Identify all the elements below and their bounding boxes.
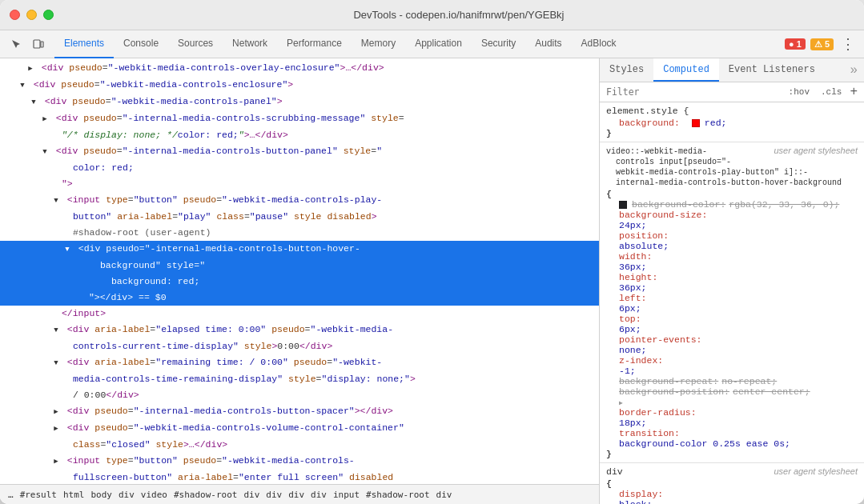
minimize-button[interactable] xyxy=(26,10,37,20)
tab-memory[interactable]: Memory xyxy=(352,30,405,58)
style-rule-1: user agent stylesheet video::-webkit-med… xyxy=(600,142,864,463)
dom-line-selected[interactable]: "></div> == $0 xyxy=(0,290,599,306)
triangle-icon[interactable] xyxy=(39,111,50,126)
dom-line[interactable]: <div pseudo="-internal-media-controls-sc… xyxy=(0,110,599,127)
breadcrumb-item[interactable]: input xyxy=(332,490,361,500)
breadcrumb-item[interactable]: #shadow-root xyxy=(364,490,431,500)
css-prop-top: top: 6px; xyxy=(619,314,858,334)
styles-more-tabs[interactable]: » xyxy=(843,58,864,82)
rule-selector: user agent stylesheet div xyxy=(606,466,858,477)
devtools-window: DevTools - codepen.io/hanifmrwt/pen/YGEB… xyxy=(0,0,864,504)
tab-adblock[interactable]: AdBlock xyxy=(572,30,626,58)
breadcrumb-item[interactable]: video xyxy=(139,490,169,500)
devtools-tab-bar: Elements Console Sources Network Perform… xyxy=(0,30,864,58)
tab-network[interactable]: Network xyxy=(223,30,277,58)
dom-line[interactable]: <div pseudo="-webkit-media-controls-volu… xyxy=(0,420,599,437)
dom-line[interactable]: <input type="button" pseudo="-webkit-med… xyxy=(0,192,599,209)
expand-icon[interactable]: ▶ xyxy=(619,399,627,406)
triangle-icon[interactable] xyxy=(28,94,39,110)
breadcrumb-item[interactable]: div xyxy=(264,490,283,500)
dom-line-selected[interactable]: background" style=" xyxy=(0,258,599,274)
css-prop-z-index: z-index: -1; xyxy=(619,355,858,376)
triangle-icon[interactable] xyxy=(50,355,62,370)
filter-input[interactable] xyxy=(606,86,781,98)
dom-line[interactable]: button" aria-label="play" class="pause" … xyxy=(0,209,599,225)
add-style-button[interactable]: + xyxy=(850,86,858,98)
tab-styles[interactable]: Styles xyxy=(600,58,653,82)
styles-panel: Styles Computed Event Listeners » :hov .… xyxy=(600,58,864,504)
css-prop-position: position: absolute; xyxy=(619,230,858,251)
breadcrumb-item[interactable]: div xyxy=(242,490,261,500)
rule-selector: user agent stylesheet video::-webkit-med… xyxy=(606,146,858,187)
dom-line[interactable]: <div pseudo="-webkit-media-controls-encl… xyxy=(0,77,599,94)
tab-performance[interactable]: Performance xyxy=(277,30,352,58)
color-swatch[interactable] xyxy=(692,119,700,127)
tab-application[interactable]: Application xyxy=(405,30,472,58)
elements-panel: <div pseudo="-webkit-media-controls-over… xyxy=(0,58,600,504)
breadcrumb-item[interactable]: div xyxy=(287,490,306,500)
tab-console[interactable]: Console xyxy=(114,30,168,58)
dom-tree[interactable]: <div pseudo="-webkit-media-controls-over… xyxy=(0,58,599,484)
dom-line[interactable]: #shadow-root (user-agent) xyxy=(0,225,599,241)
triangle-icon[interactable] xyxy=(50,404,62,419)
dom-line[interactable]: <div pseudo="-webkit-media-controls-pane… xyxy=(0,94,599,110)
rule-origin: user agent stylesheet xyxy=(774,466,858,476)
dom-line[interactable]: <div aria-label="remaining time: / 0:00"… xyxy=(0,354,599,371)
breadcrumb-item[interactable]: div xyxy=(435,490,454,500)
triangle-icon[interactable] xyxy=(62,242,73,257)
dom-line[interactable]: color: red; xyxy=(0,160,599,176)
dom-line[interactable]: <div pseudo="-internal-media-controls-bu… xyxy=(0,143,599,160)
more-options-button[interactable]: ⋮ xyxy=(838,34,858,54)
dom-line[interactable]: <div pseudo="-internal-media-controls-bu… xyxy=(0,403,599,420)
rule-close: } xyxy=(606,128,858,138)
css-prop-bg-size: background-size: 24px; xyxy=(619,210,858,230)
styles-content: element.style { background: red; } u xyxy=(600,102,864,504)
triangle-icon[interactable] xyxy=(50,421,62,436)
tab-elements[interactable]: Elements xyxy=(54,30,114,58)
dom-line[interactable]: "> xyxy=(0,176,599,192)
triangle-icon[interactable] xyxy=(25,61,36,76)
triangle-icon[interactable] xyxy=(50,322,62,338)
breadcrumb-item[interactable]: body xyxy=(89,490,114,500)
dom-line[interactable]: fullscreen-button" aria-label="enter ful… xyxy=(0,470,599,484)
triangle-icon[interactable] xyxy=(50,193,62,208)
dom-line-selected[interactable]: <div pseudo="-internal-media-controls-bu… xyxy=(0,241,599,258)
dom-line[interactable]: class="closed" style>…</div> xyxy=(0,437,599,453)
dom-line[interactable]: <div pseudo="-webkit-media-controls-over… xyxy=(0,60,599,77)
dom-line[interactable]: <div aria-label="elapsed time: 0:00" pse… xyxy=(0,322,599,338)
tab-sources[interactable]: Sources xyxy=(168,30,223,58)
dom-line[interactable]: <input type="button" pseudo="-webkit-med… xyxy=(0,453,599,470)
fullscreen-button[interactable] xyxy=(43,10,54,20)
triangle-icon[interactable] xyxy=(39,144,50,159)
tabs-right-actions: ● 1 ⚠ 5 ⋮ xyxy=(785,34,858,54)
error-badge: ● 1 xyxy=(785,38,806,50)
dom-line[interactable]: controls-current-time-display" style>0:0… xyxy=(0,338,599,354)
styles-filter-bar: :hov .cls + xyxy=(600,82,864,102)
dom-line[interactable]: "/* display: none; */color: red;">…</div… xyxy=(0,127,599,143)
color-swatch-dark[interactable] xyxy=(619,201,627,209)
css-declarations: display: block; xyxy=(606,489,858,504)
filter-hov-button[interactable]: :hov xyxy=(786,86,813,98)
tab-audits[interactable]: Audits xyxy=(525,30,571,58)
dom-line[interactable]: media-controls-time-remaining-display" s… xyxy=(0,371,599,387)
dom-line[interactable]: / 0:00</div> xyxy=(0,387,599,403)
dom-line-selected[interactable]: background: red; xyxy=(0,274,599,290)
rule-selector: element.style { xyxy=(606,106,858,116)
breadcrumb-item[interactable]: div xyxy=(117,490,136,500)
device-icon[interactable] xyxy=(29,34,48,54)
close-button[interactable] xyxy=(10,10,20,20)
dom-line[interactable]: </input> xyxy=(0,306,599,322)
breadcrumb-item[interactable]: #result xyxy=(18,490,58,500)
tab-computed[interactable]: Computed xyxy=(653,58,719,82)
cursor-icon[interactable] xyxy=(6,34,26,54)
css-declarations: background-color: rgba(32, 33, 36, 0); b… xyxy=(606,199,858,449)
triangle-icon[interactable] xyxy=(17,78,28,93)
breadcrumb-item[interactable]: div xyxy=(309,490,328,500)
tab-event-listeners[interactable]: Event Listeners xyxy=(719,58,825,82)
breadcrumb-item[interactable]: … xyxy=(6,490,15,500)
filter-cls-button[interactable]: .cls xyxy=(818,86,845,98)
breadcrumb-item[interactable]: #shadow-root xyxy=(172,490,239,500)
breadcrumb-item[interactable]: html xyxy=(62,490,86,500)
tab-security[interactable]: Security xyxy=(472,30,525,58)
triangle-icon[interactable] xyxy=(50,454,62,469)
